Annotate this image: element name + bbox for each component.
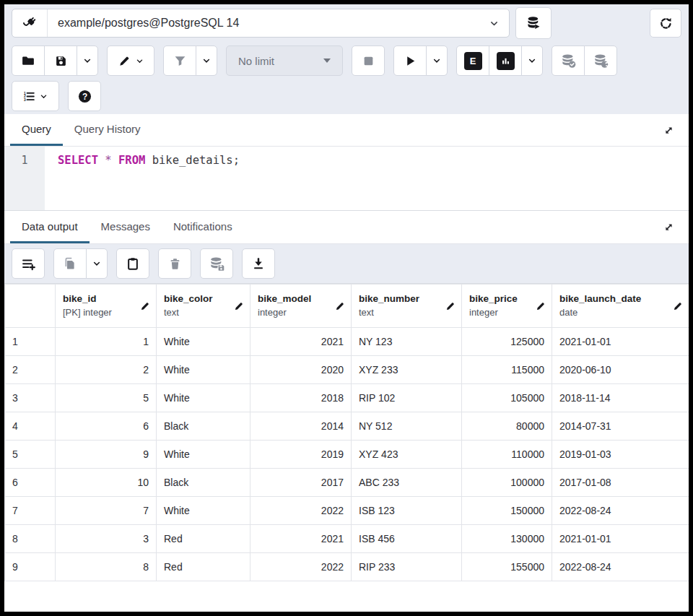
row-number-cell[interactable]: 2 xyxy=(5,356,56,384)
cell-bike_price[interactable]: 125000 xyxy=(462,328,552,356)
row-number-cell[interactable]: 8 xyxy=(5,525,56,553)
cell-bike_number[interactable]: NY 123 xyxy=(352,328,462,356)
cell-bike_id[interactable]: 6 xyxy=(56,412,157,441)
edit-column-pencil-icon[interactable] xyxy=(536,301,546,311)
cell-bike_number[interactable]: RIP 102 xyxy=(352,384,462,412)
cell-bike_price[interactable]: 115000 xyxy=(462,356,552,384)
grid-corner-cell[interactable] xyxy=(5,285,56,328)
explain-options-button[interactable] xyxy=(521,45,543,76)
row-number-cell[interactable]: 4 xyxy=(5,412,56,441)
explain-button[interactable]: E xyxy=(456,45,489,76)
cell-bike_id[interactable]: 5 xyxy=(56,384,157,412)
tab-notifications[interactable]: Notifications xyxy=(162,211,244,243)
cell-bike_model[interactable]: 2021 xyxy=(250,525,352,553)
cell-bike_color[interactable]: Black xyxy=(157,469,250,497)
sql-editor[interactable]: 1 SELECT * FROM bike_details; xyxy=(4,147,689,210)
cell-bike_color[interactable]: Red xyxy=(157,553,250,581)
download-results-button[interactable] xyxy=(242,248,275,279)
column-header-bike_launch_date[interactable]: bike_launch_datedate xyxy=(552,285,689,328)
cell-bike_id[interactable]: 3 xyxy=(56,525,157,553)
edit-column-pencil-icon[interactable] xyxy=(673,301,683,311)
sql-line-code[interactable]: SELECT * FROM bike_details; xyxy=(45,147,689,210)
cell-bike_model[interactable]: 2020 xyxy=(250,356,352,384)
cell-bike_color[interactable]: White xyxy=(157,328,250,356)
row-number-cell[interactable]: 5 xyxy=(5,441,56,469)
cell-bike_number[interactable]: ABC 233 xyxy=(352,469,462,497)
new-connection-button[interactable] xyxy=(515,7,552,39)
cell-bike_color[interactable]: Black xyxy=(157,412,250,441)
cell-bike_launch_date[interactable]: 2017-01-08 xyxy=(552,469,689,497)
cell-bike_id[interactable]: 9 xyxy=(56,441,157,469)
row-number-cell[interactable]: 1 xyxy=(5,328,56,356)
row-number-cell[interactable]: 7 xyxy=(5,497,56,525)
column-header-bike_number[interactable]: bike_numbertext xyxy=(352,285,462,328)
tab-query[interactable]: Query xyxy=(10,114,63,146)
cell-bike_model[interactable]: 2021 xyxy=(250,328,352,356)
filter-options-button[interactable] xyxy=(196,45,217,76)
cell-bike_color[interactable]: White xyxy=(157,356,250,384)
cell-bike_launch_date[interactable]: 2019-01-03 xyxy=(552,441,689,469)
cell-bike_id[interactable]: 10 xyxy=(56,469,157,497)
cell-bike_launch_date[interactable]: 2022-08-24 xyxy=(552,497,689,525)
cell-bike_price[interactable]: 105000 xyxy=(462,384,552,412)
cell-bike_number[interactable]: ISB 123 xyxy=(352,497,462,525)
edit-button[interactable] xyxy=(107,45,154,76)
row-number-cell[interactable]: 6 xyxy=(5,469,56,497)
paste-button[interactable] xyxy=(116,248,149,279)
cell-bike_price[interactable]: 100000 xyxy=(462,469,552,497)
save-file-button[interactable] xyxy=(44,45,77,76)
add-row-button[interactable] xyxy=(12,248,45,279)
cell-bike_number[interactable]: NY 512 xyxy=(352,412,462,441)
column-header-bike_color[interactable]: bike_colortext xyxy=(157,285,250,328)
tab-messages[interactable]: Messages xyxy=(90,211,162,243)
copy-options-button[interactable] xyxy=(86,248,108,279)
cell-bike_model[interactable]: 2018 xyxy=(250,384,352,412)
tab-query-history[interactable]: Query History xyxy=(63,114,152,146)
cell-bike_color[interactable]: White xyxy=(157,441,250,469)
cell-bike_launch_date[interactable]: 2018-11-14 xyxy=(552,384,689,412)
cell-bike_model[interactable]: 2014 xyxy=(250,412,352,441)
cell-bike_id[interactable]: 7 xyxy=(56,497,157,525)
cell-bike_id[interactable]: 1 xyxy=(56,328,157,356)
edit-column-pencil-icon[interactable] xyxy=(234,301,244,311)
cell-bike_model[interactable]: 2017 xyxy=(250,469,352,497)
cell-bike_number[interactable]: RIP 233 xyxy=(352,553,462,581)
column-header-bike_price[interactable]: bike_priceinteger xyxy=(462,285,552,328)
tab-data-output[interactable]: Data output xyxy=(10,211,90,243)
cell-bike_price[interactable]: 150000 xyxy=(462,497,552,525)
refresh-layout-button[interactable] xyxy=(650,9,681,38)
column-header-bike_id[interactable]: bike_id[PK] integer xyxy=(56,285,157,328)
edit-column-pencil-icon[interactable] xyxy=(335,301,345,311)
explain-analyze-button[interactable] xyxy=(489,45,522,76)
execute-options-button[interactable] xyxy=(426,45,448,76)
rollback-button[interactable] xyxy=(584,45,617,76)
cell-bike_launch_date[interactable]: 2021-01-01 xyxy=(552,525,689,553)
open-file-button[interactable] xyxy=(12,45,45,76)
row-limit-select[interactable]: No limit xyxy=(226,45,343,76)
cell-bike_model[interactable]: 2022 xyxy=(250,497,352,525)
filter-button[interactable] xyxy=(163,45,196,76)
cell-bike_id[interactable]: 8 xyxy=(56,553,157,581)
cell-bike_color[interactable]: Red xyxy=(157,525,250,553)
cell-bike_launch_date[interactable]: 2014-07-31 xyxy=(552,412,689,441)
commit-button[interactable] xyxy=(552,45,585,76)
cell-bike_model[interactable]: 2019 xyxy=(250,441,352,469)
help-button[interactable]: ? xyxy=(68,81,101,111)
cell-bike_number[interactable]: XYZ 423 xyxy=(352,441,462,469)
column-header-bike_model[interactable]: bike_modelinteger xyxy=(250,285,352,328)
cell-bike_id[interactable]: 2 xyxy=(56,356,157,384)
edit-column-pencil-icon[interactable] xyxy=(445,301,456,311)
cell-bike_launch_date[interactable]: 2022-08-24 xyxy=(552,553,689,581)
connection-selector[interactable]: example/postgres@PostgreSQL 14 xyxy=(12,9,510,38)
cell-bike_price[interactable]: 130000 xyxy=(462,525,552,553)
cell-bike_model[interactable]: 2022 xyxy=(250,553,352,581)
expand-output-panel-button[interactable] xyxy=(655,211,683,243)
delete-row-button[interactable] xyxy=(158,248,191,279)
cell-bike_price[interactable]: 110000 xyxy=(462,441,552,469)
cell-bike_launch_date[interactable]: 2020-06-10 xyxy=(552,356,689,384)
cell-bike_color[interactable]: White xyxy=(157,497,250,525)
cell-bike_number[interactable]: XYZ 233 xyxy=(352,356,462,384)
cell-bike_price[interactable]: 155000 xyxy=(462,553,552,581)
save-options-button[interactable] xyxy=(77,45,98,76)
stop-button[interactable] xyxy=(352,45,385,76)
